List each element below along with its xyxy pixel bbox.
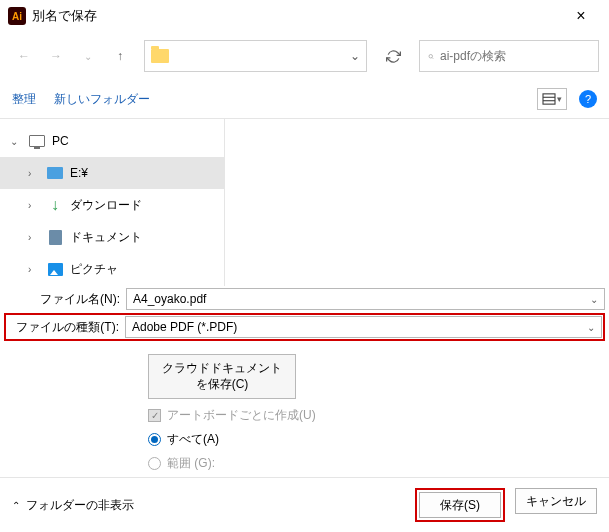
expand-icon[interactable]: › <box>28 200 40 211</box>
tree-label: ダウンロード <box>70 197 142 214</box>
download-icon: ↓ <box>46 197 64 213</box>
folder-tree: ⌄ PC › E:¥ › ↓ ダウンロード › ドキュメント › ピクチャ <box>0 119 225 286</box>
radio-label: 範囲 (G): <box>167 455 215 472</box>
tree-label: ピクチャ <box>70 261 118 278</box>
expand-icon[interactable]: › <box>28 168 40 179</box>
filetype-highlight: ファイルの種類(T): Adobe PDF (*.PDF) ⌄ <box>4 313 605 341</box>
chevron-down-icon[interactable]: ⌄ <box>587 322 595 333</box>
path-box[interactable]: ⌄ <box>144 40 367 72</box>
folder-icon <box>151 49 169 63</box>
checkbox-label: アートボードごとに作成(U) <box>167 407 316 424</box>
refresh-icon[interactable] <box>377 49 409 64</box>
svg-rect-1 <box>543 94 555 104</box>
svg-point-0 <box>429 54 433 58</box>
drive-icon <box>47 167 63 179</box>
hide-folders-label: フォルダーの非表示 <box>26 497 134 514</box>
filetype-select[interactable]: Adobe PDF (*.PDF) ⌄ <box>125 316 602 338</box>
tree-item-drive[interactable]: › E:¥ <box>0 157 224 189</box>
expand-icon[interactable]: › <box>28 232 40 243</box>
filename-input[interactable]: A4_oyako.pdf ⌄ <box>126 288 605 310</box>
search-box[interactable] <box>419 40 599 72</box>
document-icon <box>49 230 62 245</box>
tree-item-pictures[interactable]: › ピクチャ <box>0 253 224 285</box>
radio-range: 範囲 (G): <box>148 455 609 472</box>
pictures-icon <box>48 263 63 276</box>
expand-icon[interactable]: › <box>28 264 40 275</box>
tree-item-downloads[interactable]: › ↓ ダウンロード <box>0 189 224 221</box>
chevron-down-icon[interactable]: ⌄ <box>590 294 598 305</box>
tree-label: E:¥ <box>70 166 88 180</box>
cancel-button[interactable]: キャンセル <box>515 488 597 514</box>
hide-folders-toggle[interactable]: ⌃ フォルダーの非表示 <box>12 497 134 514</box>
cloud-save-button[interactable]: クラウドドキュメントを保存(C) <box>148 354 296 399</box>
app-icon: Ai <box>8 7 26 25</box>
new-folder-button[interactable]: 新しいフォルダー <box>54 91 150 108</box>
chevron-down-icon[interactable]: ⌄ <box>350 49 360 63</box>
radio-label: すべて(A) <box>167 431 219 448</box>
save-button[interactable]: 保存(S) <box>419 492 501 518</box>
filetype-value: Adobe PDF (*.PDF) <box>132 320 237 334</box>
tree-item-documents[interactable]: › ドキュメント <box>0 221 224 253</box>
window-title: 別名で保存 <box>32 7 561 25</box>
tree-label: PC <box>52 134 69 148</box>
nav-up-icon[interactable]: ↑ <box>106 42 134 70</box>
filename-label: ファイル名(N): <box>4 291 126 308</box>
file-list-area[interactable] <box>225 119 609 286</box>
organize-button[interactable]: 整理 <box>12 91 36 108</box>
search-input[interactable] <box>440 49 590 63</box>
tree-item-pc[interactable]: ⌄ PC <box>0 125 224 157</box>
filename-value: A4_oyako.pdf <box>133 292 206 306</box>
pc-icon <box>29 135 45 147</box>
save-highlight: 保存(S) <box>415 488 505 522</box>
nav-chevron-down-icon[interactable]: ⌄ <box>74 42 102 70</box>
radio-all[interactable]: すべて(A) <box>148 431 609 448</box>
tree-label: ドキュメント <box>70 229 142 246</box>
radio-icon <box>148 457 161 470</box>
help-icon[interactable]: ? <box>579 90 597 108</box>
search-icon <box>428 50 434 63</box>
nav-forward-icon[interactable]: → <box>42 42 70 70</box>
filetype-label: ファイルの種類(T): <box>7 319 125 336</box>
chevron-up-icon: ⌃ <box>12 500 20 511</box>
radio-icon <box>148 433 161 446</box>
view-mode-button[interactable]: ▾ <box>537 88 567 110</box>
chevron-down-icon: ▾ <box>557 94 562 104</box>
close-icon[interactable]: × <box>561 7 601 25</box>
nav-back-icon[interactable]: ← <box>10 42 38 70</box>
per-artboard-checkbox: ✓ アートボードごとに作成(U) <box>148 407 609 424</box>
collapse-icon[interactable]: ⌄ <box>10 136 22 147</box>
checkbox-icon: ✓ <box>148 409 161 422</box>
